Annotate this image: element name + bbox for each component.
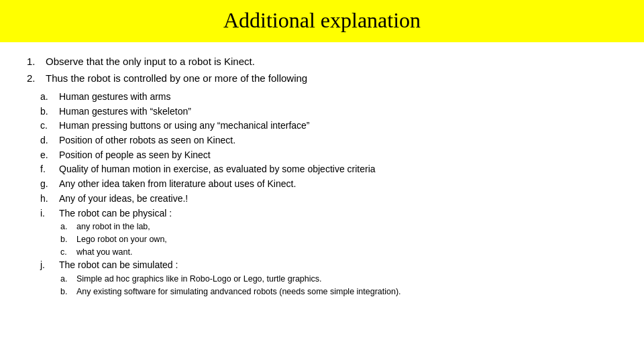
sub-item-f-letter: f.	[40, 162, 59, 177]
sub-item-i-letter: i.	[40, 206, 59, 221]
sub-item-g-letter: g.	[40, 177, 59, 192]
sub-list: a. Human gestures with arms b. Human ges…	[40, 90, 617, 298]
sub-sub-item-jb: b. Any existing software for simulating …	[60, 286, 617, 298]
sub-sub-item-ja-letter: a.	[60, 273, 76, 286]
content-area: 1. Observe that the only input to a robo…	[0, 42, 644, 362]
sub-sub-item-ja-text: Simple ad hoc graphics like in Robo-Logo…	[76, 273, 322, 286]
sub-sub-item-ib: b. Lego robot on your own,	[60, 233, 617, 246]
sub-sub-item-ib-text: Lego robot on your own,	[76, 233, 167, 246]
sub-item-e-text: Position of people as seen by Kinect	[59, 148, 211, 163]
sub-item-b-text: Human gestures with “skeleton”	[59, 105, 191, 119]
sub-item-i-text: The robot can be physical :	[59, 206, 172, 221]
sub-sub-item-ic-text: what you want.	[76, 246, 132, 259]
page-title: Additional explanation	[13, 8, 631, 33]
sub-sub-item-ic: c. what you want.	[60, 246, 617, 259]
main-list: 1. Observe that the only input to a robo…	[27, 54, 617, 86]
sub-item-j: j. The robot can be simulated : a. Simpl…	[40, 258, 617, 298]
sub-sub-item-ib-letter: b.	[60, 233, 76, 246]
sub-item-g: g. Any other idea taken from literature …	[40, 177, 617, 192]
sub-item-f-text: Quality of human motion in exercise, as …	[59, 162, 376, 177]
sub-item-b-letter: b.	[40, 105, 59, 119]
page: Additional explanation 1. Observe that t…	[0, 0, 644, 362]
sub-item-c-text: Human pressing buttons or using any “mec…	[59, 119, 310, 133]
sub-item-i: i. The robot can be physical : a. any ro…	[40, 206, 617, 259]
sub-sub-item-ic-letter: c.	[60, 246, 76, 259]
sub-sub-item-ja: a. Simple ad hoc graphics like in Robo-L…	[60, 273, 617, 286]
sub-item-d: d. Position of other robots as seen on K…	[40, 133, 617, 148]
sub-sub-item-ia-letter: a.	[60, 221, 76, 233]
item-2-text: Thus the robot is controlled by one or m…	[46, 71, 307, 86]
sub-item-f: f. Quality of human motion in exercise, …	[40, 162, 617, 177]
item-2-num: 2.	[27, 71, 46, 86]
sub-item-e: e. Position of people as seen by Kinect	[40, 148, 617, 163]
sub-item-h-text: Any of your ideas, be creative.!	[59, 192, 188, 206]
sub-sub-item-jb-text: Any existing software for simulating and…	[76, 286, 401, 298]
sub-item-a-text: Human gestures with arms	[59, 90, 171, 105]
item-1-text: Observe that the only input to a robot i…	[46, 54, 255, 70]
sub-item-b: b. Human gestures with “skeleton”	[40, 105, 617, 119]
sub-item-g-text: Any other idea taken from literature abo…	[59, 177, 296, 192]
sub-sub-item-jb-letter: b.	[60, 286, 76, 298]
sub-item-c: c. Human pressing buttons or using any “…	[40, 119, 617, 133]
list-item-2: 2. Thus the robot is controlled by one o…	[27, 71, 617, 86]
sub-item-j-letter: j.	[40, 258, 59, 273]
title-bar: Additional explanation	[0, 0, 644, 42]
sub-item-e-letter: e.	[40, 148, 59, 163]
sub-item-c-letter: c.	[40, 119, 59, 133]
sub-sub-item-ia-text: any robot in the lab,	[76, 221, 150, 233]
sub-sub-list-j: a. Simple ad hoc graphics like in Robo-L…	[60, 273, 617, 298]
sub-sub-item-ia: a. any robot in the lab,	[60, 221, 617, 233]
sub-item-d-text: Position of other robots as seen on Kine…	[59, 133, 235, 148]
sub-item-d-letter: d.	[40, 133, 59, 148]
sub-item-j-text: The robot can be simulated :	[59, 258, 178, 273]
list-item-1: 1. Observe that the only input to a robo…	[27, 54, 617, 70]
sub-item-a-letter: a.	[40, 90, 59, 105]
sub-item-h-letter: h.	[40, 192, 59, 206]
sub-item-h: h. Any of your ideas, be creative.!	[40, 192, 617, 206]
sub-item-a: a. Human gestures with arms	[40, 90, 617, 105]
sub-sub-list-i: a. any robot in the lab, b. Lego robot o…	[60, 221, 617, 258]
item-1-num: 1.	[27, 54, 46, 70]
